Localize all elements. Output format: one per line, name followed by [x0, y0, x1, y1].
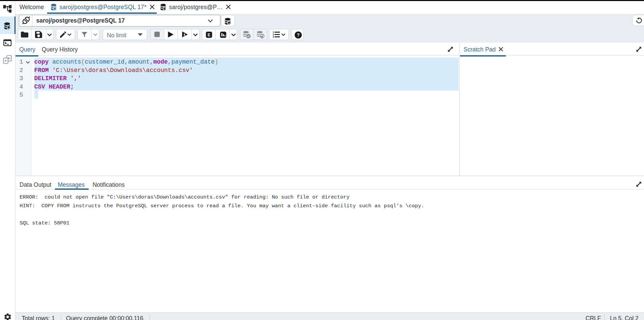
svg-text:?: ? — [297, 32, 300, 38]
svg-text:E: E — [208, 33, 210, 37]
svg-text:3: 3 — [273, 36, 274, 38]
